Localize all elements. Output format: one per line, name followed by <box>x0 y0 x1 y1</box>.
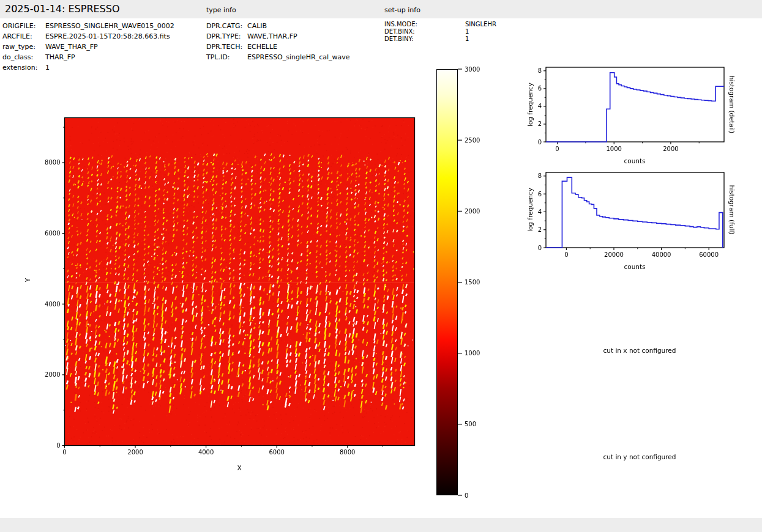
main-ylabel: Y <box>24 278 31 282</box>
tick-label: 0 <box>564 251 568 258</box>
hist-full-xlabel: counts <box>624 263 645 270</box>
colorbar <box>436 69 458 495</box>
field-label: DPR.CATG: <box>206 22 247 30</box>
type-info-heading: type info <box>206 6 236 14</box>
hist-detail-xlabel: counts <box>624 157 645 164</box>
tick-label: 1000 <box>465 350 480 357</box>
tick-label: 6000 <box>269 449 284 456</box>
type-info-row: DPR.TYPE:WAVE,THAR,FP <box>206 32 297 40</box>
plot-frame <box>546 172 724 248</box>
file-info-row: do_class:THAR_FP <box>2 53 75 61</box>
tick-label: 4 <box>538 103 542 109</box>
type-info-row: DPR.CATG:CALIB <box>206 22 267 30</box>
hist-detail-title: histogram (detail) <box>728 71 736 138</box>
field-value: ESPRE.2025-01-15T20:58:28.663.fits <box>45 32 170 40</box>
tick-label: 60000 <box>699 251 719 258</box>
tick-label: 0 <box>465 492 468 499</box>
header-bar: 2025-01-14: ESPRESSO type info set-up in… <box>0 0 762 18</box>
field-label: DPR.TECH: <box>206 43 247 51</box>
footer-bar: powered by QC: www.eso.org/HC created by… <box>0 518 762 532</box>
tick-label: 8000 <box>45 159 60 166</box>
tick-label: 2 <box>538 120 542 127</box>
field-label: TPL.ID: <box>206 53 247 61</box>
field-value: SINGLEHR <box>465 21 496 28</box>
tick-label: 0 <box>56 442 60 449</box>
field-label: raw_type: <box>2 43 45 51</box>
tick-label: 1500 <box>465 279 480 286</box>
tick-label: 6000 <box>45 230 60 237</box>
field-label: DET.BINY: <box>384 35 465 42</box>
file-info-row: ORIGFILE:ESPRESSO_SINGLEHR_WAVE015_0002 <box>2 22 174 30</box>
field-value: WAVE_THAR_FP <box>45 43 98 51</box>
main-xlabel: X <box>237 464 241 471</box>
tick-label: 0 <box>538 139 542 146</box>
setup-info-row: DET.BINX:1 <box>384 28 469 35</box>
tick-label: 6 <box>538 191 542 198</box>
tick-label: 2000 <box>127 449 143 456</box>
histogram-curve <box>546 73 724 142</box>
file-info-row: extension:1 <box>2 64 50 72</box>
file-info-row: raw_type:WAVE_THAR_FP <box>2 43 98 51</box>
tick-label: 2 <box>538 226 542 233</box>
tick-label: 0 <box>555 146 559 152</box>
field-value: ESPRESSO_SINGLEHR_WAVE015_0002 <box>45 22 174 30</box>
field-label: extension: <box>2 64 45 72</box>
field-label: INS.MODE: <box>384 21 465 28</box>
tick-label: 6 <box>538 85 542 92</box>
field-value: 1 <box>45 64 50 72</box>
field-value: 1 <box>465 28 469 35</box>
field-value: THAR_FP <box>45 53 75 61</box>
raw-detector-image <box>65 118 414 445</box>
tick-label: 2000 <box>465 208 480 215</box>
tick-label: 500 <box>465 421 476 427</box>
tick-label: 40000 <box>652 251 671 258</box>
field-value: ESPRESSO_singleHR_cal_wave <box>247 53 350 61</box>
setup-info-heading: set-up info <box>384 6 420 14</box>
setup-info-row: DET.BINY:1 <box>384 35 469 42</box>
tick-label: 1000 <box>606 146 621 152</box>
histogram-curve <box>546 177 723 248</box>
tick-label: 2000 <box>45 371 60 378</box>
field-label: ARCFILE: <box>2 32 45 40</box>
cut-y-notice: cut in y not configured <box>603 453 676 460</box>
page-title: 2025-01-14: ESPRESSO <box>5 3 120 15</box>
type-info-row: DPR.TECH:ECHELLE <box>206 43 277 51</box>
field-label: do_class: <box>2 53 45 61</box>
tick-label: 4000 <box>45 301 60 308</box>
plot-frame <box>546 67 724 142</box>
field-label: ORIGFILE: <box>2 22 45 30</box>
file-info-row: ARCFILE:ESPRE.2025-01-15T20:58:28.663.fi… <box>2 32 170 40</box>
type-info-row: TPL.ID:ESPRESSO_singleHR_cal_wave <box>206 53 350 61</box>
tick-label: 4 <box>538 209 542 215</box>
tick-label: 8 <box>538 67 542 74</box>
tick-label: 3000 <box>465 66 480 73</box>
hist-full-ylabel: log frequency <box>526 187 534 233</box>
tick-label: 2000 <box>663 146 678 152</box>
qc-report-page: { "header": { "title": "2025-01-14: ESPR… <box>0 0 762 532</box>
field-label: DPR.TYPE: <box>206 32 247 40</box>
hist-full-title: histogram (full) <box>728 179 736 240</box>
field-label: DET.BINX: <box>384 28 465 35</box>
tick-label: 0 <box>538 245 542 251</box>
tick-label: 4000 <box>198 449 214 456</box>
tick-label: 20000 <box>604 251 624 258</box>
tick-label: 0 <box>62 449 66 456</box>
field-value: CALIB <box>247 22 267 30</box>
tick-label: 2500 <box>465 137 480 144</box>
field-value: 1 <box>465 35 469 42</box>
tick-label: 8000 <box>340 449 355 456</box>
cut-x-notice: cut in x not configured <box>603 347 676 354</box>
field-value: ECHELLE <box>247 43 277 51</box>
tick-label: 8 <box>538 172 542 179</box>
hist-detail-ylabel: log frequency <box>526 81 534 128</box>
setup-info-row: INS.MODE:SINGLEHR <box>384 21 496 28</box>
field-value: WAVE,THAR,FP <box>247 32 297 40</box>
